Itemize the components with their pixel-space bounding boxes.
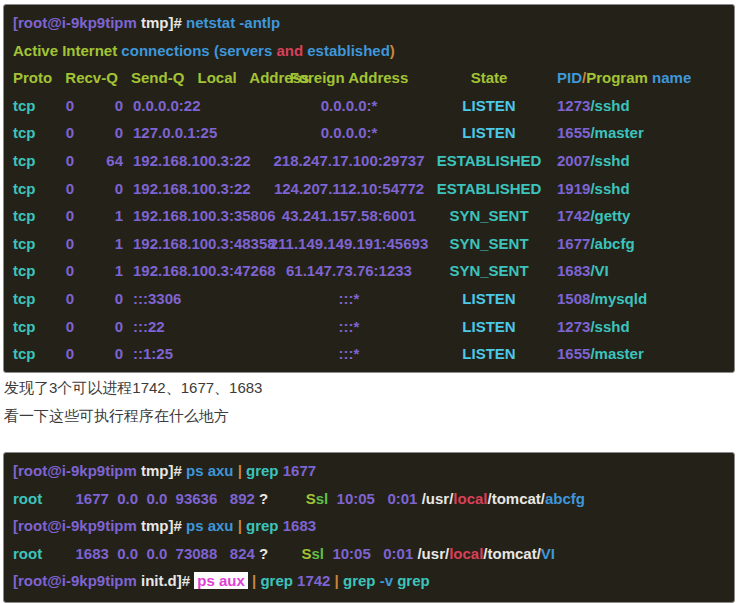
text-segment: | bbox=[335, 572, 343, 589]
text-segment: tmp]# bbox=[137, 14, 186, 31]
local-address-cell: 127.0.0.1:25 bbox=[123, 119, 265, 147]
text-segment: 1677 bbox=[283, 462, 316, 479]
pid-program-cell: 1655/master bbox=[545, 119, 734, 147]
text-segment: | bbox=[238, 517, 246, 534]
program-name: /sshd bbox=[590, 318, 629, 335]
text-segment: root bbox=[13, 490, 42, 507]
text-segment: ps axu bbox=[186, 462, 238, 479]
sendq-cell: 1 bbox=[87, 230, 123, 258]
text-segment: init.d]# bbox=[137, 572, 195, 589]
local-address-cell: 192.168.100.3:47268 bbox=[123, 257, 265, 285]
text-segment: root bbox=[13, 545, 42, 562]
pid-program-cell: 2007/sshd bbox=[545, 147, 734, 175]
text-segment: grep bbox=[246, 462, 283, 479]
text-segment: abcfg bbox=[545, 490, 585, 507]
pid-value: 1508 bbox=[557, 290, 590, 307]
foreign-address-cell: :::* bbox=[265, 340, 433, 368]
local-address-cell: 192.168.100.3:22 bbox=[123, 175, 265, 203]
shell-prompt-netstat: [root@i-9kp9tipm tmp]# netstat -antlp bbox=[13, 9, 734, 37]
proto-cell: tcp bbox=[13, 147, 53, 175]
state-cell: ESTABLISHED bbox=[433, 175, 545, 203]
text-segment: S bbox=[306, 490, 316, 507]
foreign-address-cell: :::* bbox=[265, 313, 433, 341]
state-cell: LISTEN bbox=[433, 340, 545, 368]
foreign-address-cell: 211.149.149.191:45693 bbox=[265, 230, 433, 258]
text-segment: -v bbox=[380, 572, 398, 589]
text-segment: | bbox=[238, 462, 246, 479]
text-segment: Program bbox=[586, 69, 648, 86]
pid-program-cell: 1677/abcfg bbox=[545, 230, 734, 258]
netstat-row: tcp 0 64 192.168.100.3:22 218.247.17.100… bbox=[13, 147, 734, 175]
pid-value: 1655 bbox=[557, 345, 590, 362]
pid-program-cell: 1919/sshd bbox=[545, 175, 734, 203]
sendq-cell: 1 bbox=[87, 202, 123, 230]
text-segment: VI bbox=[541, 545, 555, 562]
text-segment: 10:05 0:01 bbox=[332, 545, 417, 562]
sendq-cell: 64 bbox=[87, 147, 123, 175]
shell-prompt-ps-1683: [root@i-9kp9tipm tmp]# ps axu | grep 168… bbox=[13, 512, 734, 540]
pid-program-cell: 1683/VI bbox=[545, 257, 734, 285]
proto-cell: tcp bbox=[13, 92, 53, 120]
text-segment: /tomcat/ bbox=[488, 490, 546, 507]
text-segment: established bbox=[303, 42, 390, 59]
text-segment: netstat -antlp bbox=[186, 14, 280, 31]
text-segment: and bbox=[276, 42, 303, 59]
text-segment: grep bbox=[343, 572, 380, 589]
netstat-row: tcp 0 0 192.168.100.3:22 124.207.112.10:… bbox=[13, 175, 734, 203]
text-segment: S bbox=[302, 545, 312, 562]
sendq-cell: 0 bbox=[87, 175, 123, 203]
netstat-header-foreign: Foreign Address bbox=[265, 64, 433, 92]
proto-cell: tcp bbox=[13, 202, 53, 230]
local-address-cell: 192.168.100.3:48358 bbox=[123, 230, 265, 258]
state-cell: SYN_SENT bbox=[433, 230, 545, 258]
netstat-row: tcp 0 0 ::1:25 :::* LISTEN 1655/master bbox=[13, 340, 734, 368]
text-segment: local bbox=[449, 545, 483, 562]
text-segment bbox=[268, 545, 301, 562]
text-segment: tmp]# bbox=[137, 462, 186, 479]
note-line-1: 发现了3个可以进程1742、1677、1683 bbox=[4, 374, 262, 402]
text-segment: [root@i-9kp9tipm bbox=[13, 517, 137, 534]
text-segment: 1742 bbox=[297, 572, 335, 589]
proto-cell: tcp bbox=[13, 119, 53, 147]
recvq-cell: 0 bbox=[53, 257, 87, 285]
netstat-row: tcp 0 1 192.168.100.3:47268 61.147.73.76… bbox=[13, 257, 734, 285]
pid-program-cell: 1273/sshd bbox=[545, 92, 734, 120]
pid-value: 1683 bbox=[557, 262, 590, 279]
chinese-note: 发现了3个可以进程1742、1677、1683 看一下这些可执行程序在什么地方 bbox=[4, 374, 262, 429]
pid-value: 2007 bbox=[557, 152, 590, 169]
pid-value: 1273 bbox=[557, 318, 590, 335]
proto-cell: tcp bbox=[13, 340, 53, 368]
proto-cell: tcp bbox=[13, 285, 53, 313]
sendq-cell: 0 bbox=[87, 340, 123, 368]
state-cell: ESTABLISHED bbox=[433, 147, 545, 175]
pid-program-cell: 1508/mysqld bbox=[545, 285, 734, 313]
local-address-cell: :::22 bbox=[123, 313, 265, 341]
program-name: /getty bbox=[590, 207, 630, 224]
text-segment: grep bbox=[397, 572, 430, 589]
netstat-row: tcp 0 0 0.0.0.0:22 0.0.0.0:* LISTEN 1273… bbox=[13, 92, 734, 120]
netstat-header-left: Proto Recv-Q Send-Q Local Address bbox=[13, 64, 265, 92]
local-address-cell: 192.168.100.3:22 bbox=[123, 147, 265, 175]
foreign-address-cell: 218.247.17.100:29737 bbox=[265, 147, 433, 175]
shell-prompt-ps-1742: [root@i-9kp9tipm init.d]# ps aux | grep … bbox=[13, 567, 734, 595]
recvq-cell: 0 bbox=[53, 340, 87, 368]
program-name: /abcfg bbox=[590, 235, 634, 252]
netstat-row: tcp 0 0 :::22 :::* LISTEN 1273/sshd bbox=[13, 313, 734, 341]
netstat-row: tcp 0 0 127.0.0.1:25 0.0.0.0:* LISTEN 16… bbox=[13, 119, 734, 147]
netstat-row: tcp 0 1 192.168.100.3:35806 43.241.157.5… bbox=[13, 202, 734, 230]
terminal-screenshot-netstat: [root@i-9kp9tipm tmp]# netstat -antlp Ac… bbox=[3, 4, 735, 373]
netstat-summary-line: Active Internet connections (servers and… bbox=[13, 37, 734, 65]
pid-value: 1919 bbox=[557, 180, 590, 197]
ps-output-1677: root 1677 0.0 0.0 93636 892 ? Ssl 10:05 … bbox=[13, 485, 734, 513]
recvq-cell: 0 bbox=[53, 119, 87, 147]
program-name: /sshd bbox=[590, 97, 629, 114]
text-segment: grep bbox=[246, 517, 283, 534]
state-cell: SYN_SENT bbox=[433, 202, 545, 230]
recvq-cell: 0 bbox=[53, 175, 87, 203]
text-segment: /usr/ bbox=[422, 490, 454, 507]
foreign-address-cell: 0.0.0.0:* bbox=[265, 119, 433, 147]
shell-prompt-ps-1677: [root@i-9kp9tipm tmp]# ps axu | grep 167… bbox=[13, 457, 734, 485]
foreign-address-cell: 0.0.0.0:* bbox=[265, 92, 433, 120]
text-segment: tmp]# bbox=[137, 517, 186, 534]
text-segment: 1677 0.0 0.0 93636 892 bbox=[42, 490, 259, 507]
